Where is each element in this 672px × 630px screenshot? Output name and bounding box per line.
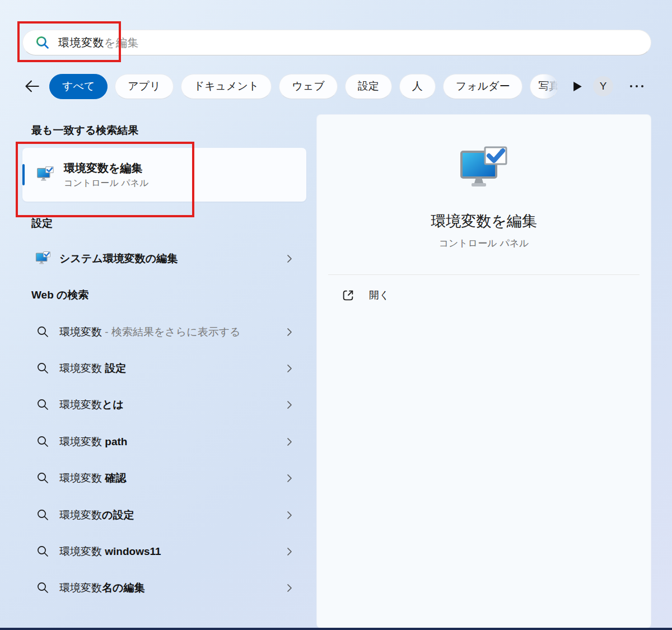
preview-subtitle: コントロール パネル (439, 237, 529, 250)
scroll-right-icon[interactable] (570, 79, 585, 94)
search-icon (36, 545, 50, 558)
best-match-header: 最も一致する検索結果 (31, 123, 306, 138)
list-item[interactable]: 環境変数 確認 (22, 460, 306, 497)
search-icon (36, 472, 50, 485)
chevron-right-icon (287, 584, 292, 592)
list-item[interactable]: 環境変数とは (22, 387, 306, 423)
search-input[interactable]: 環境変数を編集 (22, 30, 651, 55)
open-action-label: 開く (369, 288, 389, 302)
selection-accent-bar (22, 164, 25, 185)
chevron-right-icon (287, 511, 292, 520)
filter-tabs-bar: すべて アプリ ドキュメント ウェブ 設定 人 フォルダー 写真 Y (22, 73, 651, 99)
edit-env-vars-app-icon-large (457, 143, 511, 197)
edit-env-vars-app-icon (36, 165, 55, 184)
tab-photos[interactable]: 写真 (530, 74, 558, 99)
best-match-result[interactable]: 環境変数を編集 コントロール パネル (22, 148, 306, 202)
preview-title: 環境変数を編集 (431, 211, 537, 231)
back-button[interactable] (22, 77, 41, 96)
tab-web[interactable]: ウェブ (279, 74, 337, 99)
tab-folders[interactable]: フォルダー (443, 74, 523, 99)
settings-result-row[interactable]: システム環境変数の編集 (22, 244, 306, 273)
results-panel: 最も一致する検索結果 環境変数を編集 コントロール パネル 設定 システム環境変… (22, 114, 306, 606)
search-icon (36, 435, 50, 449)
search-icon (36, 325, 50, 339)
avatar[interactable]: Y (593, 76, 613, 96)
search-icon (36, 508, 50, 522)
taskbar-edge (0, 628, 672, 630)
search-icon (36, 398, 50, 412)
system-env-vars-app-icon (35, 250, 52, 267)
best-match-subtitle: コントロール パネル (64, 178, 148, 189)
web-search-header: Web の検索 (31, 288, 306, 302)
chevron-right-icon (287, 328, 292, 337)
settings-header: 設定 (31, 216, 306, 231)
open-action[interactable]: 開く (342, 288, 389, 302)
best-match-title: 環境変数を編集 (64, 161, 148, 175)
search-icon (36, 581, 50, 595)
search-icon (36, 362, 50, 375)
divider (328, 274, 640, 275)
preview-panel: 環境変数を編集 コントロール パネル 開く (316, 114, 651, 628)
tab-people[interactable]: 人 (399, 74, 436, 99)
list-item[interactable]: 環境変数 windows11 (22, 533, 306, 570)
more-options-icon[interactable] (630, 85, 643, 87)
list-item[interactable]: 環境変数 設定 (22, 350, 306, 386)
web-suggestion-list: 環境変数 - 検索結果をさらに表示する 環境変数 設定 環境変数とは 環境変数 … (22, 314, 306, 606)
search-query-text: 環境変数を編集 (58, 35, 139, 50)
list-item[interactable]: 環境変数 path (22, 423, 306, 460)
list-item[interactable]: 環境変数 - 検索結果をさらに表示する (22, 314, 306, 350)
chevron-right-icon (287, 437, 292, 446)
tab-settings[interactable]: 設定 (345, 74, 392, 99)
chevron-right-icon (287, 547, 292, 556)
chevron-right-icon (287, 364, 292, 373)
search-icon (35, 35, 50, 50)
chevron-right-icon (287, 254, 292, 263)
chevron-right-icon (287, 474, 292, 483)
search-suggestion-text: を編集 (104, 36, 139, 49)
settings-result-label: システム環境変数の編集 (59, 251, 178, 266)
chevron-right-icon (287, 400, 292, 409)
list-item[interactable]: 環境変数の設定 (22, 497, 306, 533)
tab-apps[interactable]: アプリ (115, 74, 173, 99)
tab-documents[interactable]: ドキュメント (181, 74, 272, 99)
list-item[interactable]: 環境変数名の編集 (22, 570, 306, 606)
open-external-icon (342, 289, 354, 302)
tab-all[interactable]: すべて (49, 74, 108, 99)
